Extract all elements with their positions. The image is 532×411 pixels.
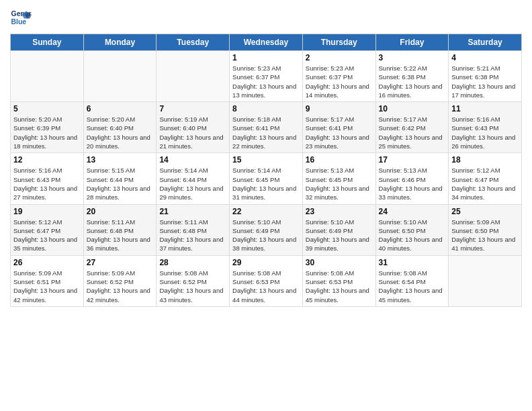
day-number: 29 <box>232 258 300 267</box>
day-info: Sunrise: 5:14 AMSunset: 6:44 PMDaylight:… <box>159 166 226 201</box>
calendar-cell: 9Sunrise: 5:17 AMSunset: 6:41 PMDaylight… <box>302 102 375 153</box>
day-info: Sunrise: 5:09 AMSunset: 6:50 PMDaylight:… <box>451 218 519 253</box>
day-info: Sunrise: 5:10 AMSunset: 6:49 PMDaylight:… <box>232 218 300 253</box>
day-number: 27 <box>87 258 154 267</box>
calendar-cell <box>11 51 84 102</box>
page-header: General Blue <box>10 7 522 28</box>
weekday-header: Wednesday <box>230 34 303 51</box>
day-number: 26 <box>13 258 81 267</box>
day-number: 19 <box>13 207 81 216</box>
calendar-cell: 25Sunrise: 5:09 AMSunset: 6:50 PMDayligh… <box>449 204 522 255</box>
calendar-week-row: 12Sunrise: 5:16 AMSunset: 6:43 PMDayligh… <box>11 153 522 204</box>
day-number: 24 <box>379 207 446 216</box>
day-info: Sunrise: 5:08 AMSunset: 6:53 PMDaylight:… <box>306 269 373 304</box>
day-info: Sunrise: 5:20 AMSunset: 6:40 PMDaylight:… <box>87 115 154 150</box>
day-info: Sunrise: 5:11 AMSunset: 6:48 PMDaylight:… <box>159 218 226 253</box>
weekday-header: Friday <box>375 34 449 51</box>
calendar-cell: 10Sunrise: 5:17 AMSunset: 6:42 PMDayligh… <box>375 102 449 153</box>
calendar-cell: 21Sunrise: 5:11 AMSunset: 6:48 PMDayligh… <box>157 204 230 255</box>
calendar-cell: 14Sunrise: 5:14 AMSunset: 6:44 PMDayligh… <box>157 153 230 204</box>
calendar-cell: 8Sunrise: 5:18 AMSunset: 6:41 PMDaylight… <box>230 102 303 153</box>
day-info: Sunrise: 5:10 AMSunset: 6:50 PMDaylight:… <box>379 218 446 253</box>
calendar-cell: 23Sunrise: 5:10 AMSunset: 6:49 PMDayligh… <box>302 204 375 255</box>
weekday-header: Monday <box>83 34 157 51</box>
day-number: 21 <box>159 207 226 216</box>
calendar-week-row: 1Sunrise: 5:23 AMSunset: 6:37 PMDaylight… <box>11 51 522 102</box>
day-info: Sunrise: 5:11 AMSunset: 6:48 PMDaylight:… <box>87 218 154 253</box>
calendar-cell: 7Sunrise: 5:19 AMSunset: 6:40 PMDaylight… <box>157 102 230 153</box>
day-info: Sunrise: 5:13 AMSunset: 6:45 PMDaylight:… <box>306 166 373 201</box>
calendar-header-row: SundayMondayTuesdayWednesdayThursdayFrid… <box>11 34 522 51</box>
day-number: 1 <box>232 53 300 62</box>
day-info: Sunrise: 5:08 AMSunset: 6:52 PMDaylight:… <box>159 269 226 304</box>
day-info: Sunrise: 5:16 AMSunset: 6:43 PMDaylight:… <box>451 115 519 150</box>
day-info: Sunrise: 5:12 AMSunset: 6:47 PMDaylight:… <box>451 166 519 201</box>
calendar-week-row: 19Sunrise: 5:12 AMSunset: 6:47 PMDayligh… <box>11 204 522 255</box>
day-number: 25 <box>451 207 519 216</box>
day-info: Sunrise: 5:08 AMSunset: 6:54 PMDaylight:… <box>379 269 446 304</box>
day-number: 6 <box>87 104 154 113</box>
day-info: Sunrise: 5:17 AMSunset: 6:42 PMDaylight:… <box>379 115 446 150</box>
day-info: Sunrise: 5:20 AMSunset: 6:39 PMDaylight:… <box>13 115 81 150</box>
calendar-cell: 24Sunrise: 5:10 AMSunset: 6:50 PMDayligh… <box>375 204 449 255</box>
day-info: Sunrise: 5:12 AMSunset: 6:47 PMDaylight:… <box>13 218 81 253</box>
calendar-cell <box>83 51 157 102</box>
day-info: Sunrise: 5:09 AMSunset: 6:52 PMDaylight:… <box>87 269 154 304</box>
calendar-cell: 18Sunrise: 5:12 AMSunset: 6:47 PMDayligh… <box>449 153 522 204</box>
day-info: Sunrise: 5:19 AMSunset: 6:40 PMDaylight:… <box>159 115 226 150</box>
calendar-cell: 28Sunrise: 5:08 AMSunset: 6:52 PMDayligh… <box>157 255 230 306</box>
calendar-cell: 1Sunrise: 5:23 AMSunset: 6:37 PMDaylight… <box>230 51 303 102</box>
day-info: Sunrise: 5:13 AMSunset: 6:46 PMDaylight:… <box>379 166 446 201</box>
day-number: 20 <box>87 207 154 216</box>
day-number: 11 <box>451 104 519 113</box>
day-info: Sunrise: 5:21 AMSunset: 6:38 PMDaylight:… <box>451 64 519 99</box>
day-info: Sunrise: 5:22 AMSunset: 6:38 PMDaylight:… <box>379 64 446 99</box>
calendar-week-row: 5Sunrise: 5:20 AMSunset: 6:39 PMDaylight… <box>11 102 522 153</box>
day-number: 17 <box>379 155 446 165</box>
calendar-cell <box>157 51 230 102</box>
day-info: Sunrise: 5:16 AMSunset: 6:43 PMDaylight:… <box>13 166 81 201</box>
calendar-cell: 3Sunrise: 5:22 AMSunset: 6:38 PMDaylight… <box>375 51 449 102</box>
day-number: 7 <box>159 104 226 113</box>
day-number: 31 <box>379 258 446 267</box>
day-number: 28 <box>159 258 226 267</box>
day-number: 13 <box>87 155 154 165</box>
day-info: Sunrise: 5:23 AMSunset: 6:37 PMDaylight:… <box>306 64 373 99</box>
day-number: 30 <box>306 258 373 267</box>
day-number: 8 <box>232 104 300 113</box>
calendar-cell <box>449 255 522 306</box>
calendar-week-row: 26Sunrise: 5:09 AMSunset: 6:51 PMDayligh… <box>11 255 522 306</box>
calendar-cell: 29Sunrise: 5:08 AMSunset: 6:53 PMDayligh… <box>230 255 303 306</box>
day-number: 22 <box>232 207 300 216</box>
day-number: 14 <box>159 155 226 165</box>
day-info: Sunrise: 5:18 AMSunset: 6:41 PMDaylight:… <box>232 115 300 150</box>
day-number: 9 <box>306 104 373 113</box>
day-number: 23 <box>306 207 373 216</box>
day-info: Sunrise: 5:15 AMSunset: 6:44 PMDaylight:… <box>87 166 154 201</box>
svg-text:Blue: Blue <box>11 18 27 26</box>
day-info: Sunrise: 5:10 AMSunset: 6:49 PMDaylight:… <box>306 218 373 253</box>
calendar-cell: 15Sunrise: 5:14 AMSunset: 6:45 PMDayligh… <box>230 153 303 204</box>
calendar-cell: 16Sunrise: 5:13 AMSunset: 6:45 PMDayligh… <box>302 153 375 204</box>
calendar-cell: 30Sunrise: 5:08 AMSunset: 6:53 PMDayligh… <box>302 255 375 306</box>
calendar-table: SundayMondayTuesdayWednesdayThursdayFrid… <box>10 34 522 307</box>
calendar-cell: 26Sunrise: 5:09 AMSunset: 6:51 PMDayligh… <box>11 255 84 306</box>
weekday-header: Sunday <box>11 34 84 51</box>
weekday-header: Saturday <box>449 34 522 51</box>
calendar-cell: 27Sunrise: 5:09 AMSunset: 6:52 PMDayligh… <box>83 255 157 306</box>
day-info: Sunrise: 5:14 AMSunset: 6:45 PMDaylight:… <box>232 166 300 201</box>
calendar-cell: 22Sunrise: 5:10 AMSunset: 6:49 PMDayligh… <box>230 204 303 255</box>
day-number: 4 <box>451 53 519 62</box>
weekday-header: Thursday <box>302 34 375 51</box>
day-info: Sunrise: 5:08 AMSunset: 6:53 PMDaylight:… <box>232 269 300 304</box>
calendar-cell: 13Sunrise: 5:15 AMSunset: 6:44 PMDayligh… <box>83 153 157 204</box>
day-number: 12 <box>13 155 81 165</box>
day-info: Sunrise: 5:09 AMSunset: 6:51 PMDaylight:… <box>13 269 81 304</box>
calendar-cell: 12Sunrise: 5:16 AMSunset: 6:43 PMDayligh… <box>11 153 84 204</box>
day-number: 15 <box>232 155 300 165</box>
day-number: 5 <box>13 104 81 113</box>
weekday-header: Tuesday <box>157 34 230 51</box>
calendar-cell: 19Sunrise: 5:12 AMSunset: 6:47 PMDayligh… <box>11 204 84 255</box>
calendar-cell: 5Sunrise: 5:20 AMSunset: 6:39 PMDaylight… <box>11 102 84 153</box>
day-number: 3 <box>379 53 446 62</box>
